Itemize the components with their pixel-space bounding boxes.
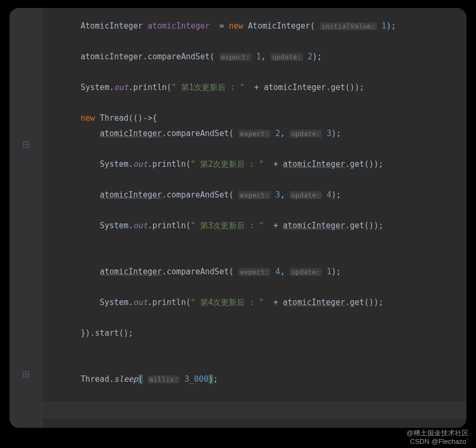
code-area[interactable]: AtomicInteger atomicInteger = new Atomic…	[42, 8, 466, 428]
code-text: AtomicInteger atomicInteger = new Atomic…	[42, 19, 466, 387]
current-line-highlight	[42, 402, 466, 418]
fold-mark-lambda-end[interactable]	[23, 371, 29, 378]
fold-mark-lambda-start[interactable]	[23, 141, 29, 148]
watermark-line1: @稀土掘金技术社区	[407, 429, 469, 437]
watermark: @稀土掘金技术社区 CSDN @Flechazo`	[407, 429, 469, 446]
watermark-line2: CSDN @Flechazo`	[407, 437, 469, 446]
gutter	[10, 8, 42, 428]
code-editor[interactable]: AtomicInteger atomicInteger = new Atomic…	[10, 8, 466, 428]
